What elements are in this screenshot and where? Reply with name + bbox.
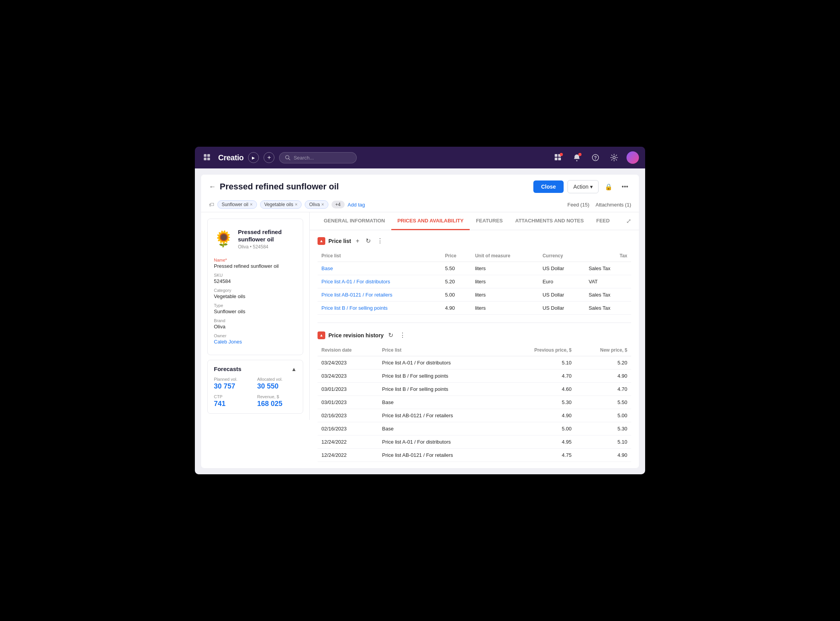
tag-sunflower-oil[interactable]: Sunflower oil × — [217, 200, 257, 209]
attachments-link[interactable]: Attachments (1) — [595, 202, 631, 208]
table-row: Price list A-01 / For distributors 5.20 … — [318, 275, 631, 288]
owner-value[interactable]: Caleb Jones — [214, 339, 297, 345]
feed-link[interactable]: Feed (15) — [568, 202, 589, 208]
tag-oliva[interactable]: Oliva × — [305, 200, 328, 209]
forecasts-grid: Planned vol. 30 757 Allocated vol. 30 55… — [214, 377, 297, 408]
back-button[interactable]: ← — [209, 183, 216, 191]
more-options-button[interactable]: ••• — [619, 180, 631, 193]
new-price: 5.00 — [575, 409, 631, 422]
previous-price: 4.70 — [504, 369, 576, 383]
add-tag-button[interactable]: Add tag — [348, 202, 365, 208]
revision-price-list: Price list A-01 / For distributors — [378, 356, 503, 369]
revision-price-list: Price list B / For selling points — [378, 369, 503, 383]
page-actions: Close Action ▾ 🔒 ••• — [533, 180, 631, 193]
price-revision-more-button[interactable]: ⋮ — [398, 331, 407, 340]
price-list-more-button[interactable]: ⋮ — [375, 236, 385, 245]
tags-more[interactable]: +4 — [331, 201, 345, 208]
tag-close-icon[interactable]: × — [321, 202, 324, 207]
price-revision-table: Revision date Price list Previous price,… — [318, 344, 631, 462]
name-value: Pressed refined sunflower oil — [214, 263, 297, 269]
new-price: 4.90 — [575, 449, 631, 462]
new-price: 4.70 — [575, 383, 631, 396]
notifications-button[interactable] — [571, 151, 583, 164]
tab-attachments-and-notes[interactable]: ATTACHMENTS AND NOTES — [509, 212, 590, 230]
col-new-price: New price, $ — [575, 344, 631, 356]
tags-right: Feed (15) Attachments (1) — [568, 202, 631, 208]
product-info-card: 🌻 Pressed refined sunflower oil Oliva • … — [207, 219, 303, 355]
price-revision-section-title: Price revision history — [328, 332, 384, 338]
tax-value: VAT — [585, 275, 631, 288]
lock-button[interactable]: 🔒 — [602, 180, 615, 193]
price-list-name[interactable]: Price list B / For selling points — [318, 302, 441, 315]
price-value: 4.90 — [441, 302, 471, 315]
forecasts-header: Forecasts ▲ — [214, 366, 297, 372]
category-value: Vegetable oils — [214, 293, 297, 299]
price-list-refresh-button[interactable]: ↻ — [364, 236, 372, 245]
revision-date: 02/16/2023 — [318, 409, 378, 422]
tag-icon: 🏷 — [209, 201, 214, 208]
settings-button[interactable] — [608, 151, 620, 164]
revision-price-list: Price list A-01 / For distributors — [378, 435, 503, 449]
revision-date: 12/24/2022 — [318, 435, 378, 449]
apps-icon[interactable] — [201, 151, 213, 164]
product-name: Pressed refined sunflower oil — [238, 228, 297, 243]
price-list-add-button[interactable]: + — [354, 237, 361, 245]
tab-general-information[interactable]: GENERAL INFORMATION — [318, 212, 391, 230]
table-row: 12/24/2022 Price list AB-0121 / For reta… — [318, 449, 631, 462]
page-header: ← Pressed refined sunflower oil Close Ac… — [201, 175, 639, 212]
price-list-collapse-button[interactable]: ▲ — [318, 237, 325, 245]
price-revision-section-header: ▲ Price revision history ↻ ⋮ — [318, 331, 631, 340]
col-currency: Currency — [539, 250, 585, 262]
apps-badge — [560, 153, 563, 156]
action-button[interactable]: Action ▾ — [568, 180, 599, 193]
user-avatar[interactable] — [627, 151, 639, 164]
tab-features[interactable]: FEATURES — [470, 212, 509, 230]
add-tab-button[interactable]: + — [264, 152, 274, 163]
apps-switcher-button[interactable] — [552, 151, 564, 164]
logo: Creatio — [218, 153, 243, 162]
new-price: 5.30 — [575, 422, 631, 435]
unit-value: liters — [471, 302, 539, 315]
revision-date: 03/01/2023 — [318, 396, 378, 409]
forecasts-title: Forecasts — [214, 366, 241, 372]
product-image-row: 🌻 Pressed refined sunflower oil Oliva • … — [214, 225, 297, 252]
forecasts-toggle-button[interactable]: ▲ — [291, 366, 297, 372]
price-list-table: Price list Price Unit of measure Currenc… — [318, 250, 631, 315]
tag-close-icon[interactable]: × — [250, 202, 253, 207]
ctp-label: CTP — [214, 394, 253, 399]
expand-icon[interactable]: ⤢ — [626, 217, 631, 225]
tab-prices-and-availability[interactable]: PRICES AND AVAILABILITY — [391, 212, 470, 230]
field-name: Name* Pressed refined sunflower oil — [214, 258, 297, 269]
close-button[interactable]: Close — [533, 180, 564, 193]
price-revision-refresh-button[interactable]: ↻ — [387, 331, 395, 340]
app-wrapper: Creatio ▶ + Search... — [195, 147, 645, 474]
price-list-name[interactable]: Base — [318, 262, 441, 275]
tag-close-icon[interactable]: × — [295, 202, 297, 207]
help-button[interactable]: ? — [589, 151, 602, 164]
table-row: Price list AB-0121 / For retailers 5.00 … — [318, 288, 631, 302]
name-label: Name* — [214, 258, 297, 262]
revenue-label: Revenue, $ — [257, 394, 297, 399]
field-owner: Owner Caleb Jones — [214, 333, 297, 345]
revision-date: 03/01/2023 — [318, 383, 378, 396]
col-revision-date: Revision date — [318, 344, 378, 356]
unit-value: liters — [471, 275, 539, 288]
currency-value: US Dollar — [539, 302, 585, 315]
col-revision-price-list: Price list — [378, 344, 503, 356]
revision-date: 02/16/2023 — [318, 422, 378, 435]
play-button[interactable]: ▶ — [248, 152, 259, 163]
svg-rect-8 — [555, 158, 557, 160]
currency-value: Euro — [539, 275, 585, 288]
forecast-ctp: CTP 741 — [214, 394, 253, 408]
price-revision-collapse-button[interactable]: ▲ — [318, 331, 325, 339]
tab-feed[interactable]: FEED — [590, 212, 616, 230]
notifications-badge — [578, 153, 581, 156]
table-row: 03/01/2023 Base 5.30 5.50 — [318, 396, 631, 409]
price-list-name[interactable]: Price list AB-0121 / For retailers — [318, 288, 441, 302]
search-placeholder: Search... — [293, 155, 314, 161]
col-unit: Unit of measure — [471, 250, 539, 262]
tag-vegetable-oils[interactable]: Vegetable oils × — [260, 200, 302, 209]
price-list-name[interactable]: Price list A-01 / For distributors — [318, 275, 441, 288]
left-sidebar: 🌻 Pressed refined sunflower oil Oliva • … — [201, 212, 310, 420]
search-bar[interactable]: Search... — [279, 152, 357, 163]
